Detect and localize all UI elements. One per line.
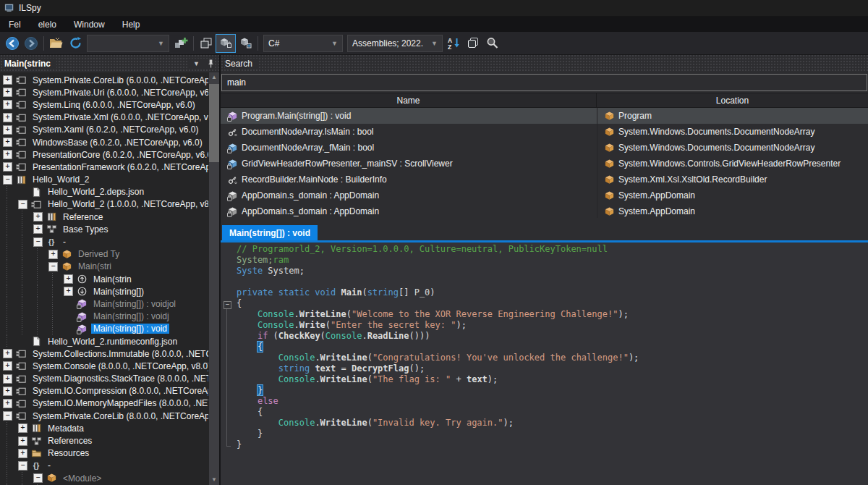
tree-item[interactable]: −Main(stri bbox=[0, 261, 208, 273]
back-button[interactable] bbox=[3, 35, 22, 52]
forward-button[interactable] bbox=[22, 35, 41, 52]
sort-assemblies-button[interactable] bbox=[216, 34, 236, 53]
tree-item[interactable]: −{}- bbox=[0, 235, 208, 248]
tree-item[interactable]: −System.Private.CoreLib (8.0.0.0, .NETCo… bbox=[0, 410, 208, 422]
tree-item[interactable]: −{}- bbox=[0, 460, 208, 472]
search-result-row[interactable]: AppDomain.s_domain : AppDomainSystem.App… bbox=[221, 203, 868, 218]
tree-expander-icon[interactable]: − bbox=[18, 200, 27, 209]
tree-item[interactable]: Main(string[]) : voidjol bbox=[0, 298, 208, 310]
tree-item[interactable]: +PresentationCore (6.0.2.0, .NETCoreApp,… bbox=[0, 148, 208, 161]
tree-expander-icon[interactable]: + bbox=[48, 250, 58, 259]
tree-expander-icon[interactable]: + bbox=[3, 162, 12, 172]
tree-item[interactable]: +System.IO.MemoryMappedFiles (8.0.0.0, .… bbox=[0, 397, 208, 410]
tree-expander-icon[interactable]: + bbox=[3, 349, 12, 358]
menu-file[interactable]: Fel bbox=[0, 17, 30, 32]
tree-expander-icon[interactable]: + bbox=[3, 150, 12, 159]
code-fold-icon[interactable]: − bbox=[221, 298, 237, 309]
tree-expander-icon[interactable]: + bbox=[3, 113, 12, 122]
tree-scrollbar-thumb[interactable] bbox=[209, 84, 219, 162]
tree-expander-icon[interactable]: + bbox=[3, 100, 12, 109]
column-header-name[interactable]: Name bbox=[221, 93, 597, 107]
tree-item[interactable]: Main(string[]) : void bbox=[0, 323, 208, 335]
language-combobox[interactable]: C# ▼ bbox=[263, 35, 343, 52]
tree-expander-icon[interactable]: − bbox=[18, 461, 27, 471]
tree-expander-icon[interactable]: − bbox=[33, 473, 43, 483]
code-editor[interactable]: // Programorld_2, Version=1.0.0.0, Cultu… bbox=[221, 242, 868, 485]
navigation-combobox[interactable]: ▼ bbox=[87, 35, 169, 52]
tree-item[interactable]: −Hello_World_2 bbox=[0, 174, 208, 186]
editor-tab-main[interactable]: Main(string[]) : void bbox=[222, 225, 318, 240]
tree-item[interactable]: +Derived Ty bbox=[0, 248, 208, 261]
assemblies-combobox[interactable]: Assemblies; 2022. ▼ bbox=[347, 35, 443, 52]
tree-expander-icon[interactable]: − bbox=[3, 411, 12, 421]
tree-expander-icon[interactable]: + bbox=[3, 125, 12, 135]
chevron-down-icon[interactable]: ▼ bbox=[193, 60, 200, 67]
tree-item[interactable]: Hello_World_2.deps.json bbox=[0, 186, 208, 198]
tree-item[interactable]: +System.Private.Uri (6.0.0.0, .NETCoreAp… bbox=[0, 86, 208, 98]
open-file-button[interactable] bbox=[47, 35, 66, 52]
add-component-button[interactable] bbox=[171, 35, 190, 52]
tree-item[interactable]: +System.Console (8.0.0.0, .NETCoreApp, v… bbox=[0, 360, 208, 372]
tree-scrollbar[interactable]: ▲ ▼ bbox=[209, 72, 219, 485]
search-button[interactable] bbox=[482, 35, 501, 52]
tree-expander-icon[interactable]: + bbox=[3, 374, 12, 384]
tree-item[interactable]: +System.Linq (6.0.0.0, .NETCoreApp, v6.0… bbox=[0, 98, 208, 111]
tree-item[interactable]: +Main(strin bbox=[0, 273, 208, 285]
tree-expander-icon[interactable]: + bbox=[3, 138, 12, 147]
tree-item[interactable]: +Main(string[]) bbox=[0, 285, 208, 298]
tree-expander-icon[interactable]: + bbox=[33, 224, 43, 234]
tree-item[interactable]: +System.Collections.Immutable (8.0.0.0, … bbox=[0, 347, 208, 360]
tree-expander-icon[interactable]: + bbox=[3, 387, 12, 396]
tree-item[interactable]: +System.Private.CoreLib (6.0.0.0, .NETCo… bbox=[0, 74, 208, 86]
group-namespaces-button[interactable] bbox=[236, 35, 255, 52]
pin-icon[interactable] bbox=[207, 59, 215, 69]
cascade-windows-button[interactable] bbox=[197, 35, 216, 52]
search-result-row[interactable]: RecordBuilder.MainNode : BuilderInfoSyst… bbox=[221, 172, 868, 187]
tree-item[interactable]: Main(string[]) : voidj bbox=[0, 311, 208, 323]
tree-item[interactable]: +Resources bbox=[0, 447, 208, 460]
scroll-up-icon[interactable]: ▲ bbox=[209, 72, 219, 83]
tree-expander-icon[interactable]: + bbox=[18, 423, 27, 433]
menu-view[interactable]: elelo bbox=[30, 17, 65, 32]
tree-item[interactable]: +Base Types bbox=[0, 223, 208, 235]
tree-expander-icon[interactable]: + bbox=[18, 436, 27, 446]
tree-expander-icon[interactable]: − bbox=[48, 262, 58, 271]
search-result-row[interactable]: DocumentNodeArray._fMain : boolSystem.Wi… bbox=[221, 140, 868, 156]
assembly-tree[interactable]: +System.Private.CoreLib (6.0.0.0, .NETCo… bbox=[0, 72, 208, 485]
search-result-row[interactable]: GridViewHeaderRowPresenter._mainSV : Scr… bbox=[221, 156, 868, 172]
tree-expander-icon[interactable]: + bbox=[3, 75, 12, 85]
search-result-row[interactable]: Program.Main(string[]) : voidProgram bbox=[221, 108, 868, 124]
tree-expander-icon[interactable]: + bbox=[3, 399, 12, 408]
refresh-button[interactable] bbox=[66, 35, 85, 52]
tree-item[interactable]: +System.Xaml (6.0.2.0, .NETCoreApp, v6.0… bbox=[0, 124, 208, 136]
tree-item[interactable]: +Reference bbox=[0, 211, 208, 223]
tree-item[interactable]: +Metadata bbox=[0, 422, 208, 434]
scroll-down-icon[interactable]: ▼ bbox=[209, 475, 219, 485]
tree-item[interactable]: +References bbox=[0, 434, 208, 447]
duplicate-view-button[interactable] bbox=[464, 35, 482, 52]
search-result-row[interactable]: AppDomain.s_domain : AppDomainSystem.App… bbox=[221, 187, 868, 203]
tree-item[interactable]: −Hello_World_2 (1.0.0.0, .NETCoreApp, v8… bbox=[0, 198, 208, 211]
tree-expander-icon[interactable]: + bbox=[64, 287, 73, 296]
tree-item[interactable]: −<Module> bbox=[0, 472, 208, 484]
tree-indent-guide bbox=[0, 311, 15, 323]
tree-expander-icon[interactable]: + bbox=[18, 449, 27, 458]
tree-item[interactable]: +System.IO.Compression (8.0.0.0, .NETCor… bbox=[0, 385, 208, 397]
menu-help[interactable]: Help bbox=[114, 17, 149, 32]
tree-expander-icon[interactable]: − bbox=[3, 175, 12, 185]
search-input[interactable] bbox=[221, 74, 867, 91]
tree-item[interactable]: Hello_World_2.runtimeconfig.json bbox=[0, 335, 208, 347]
tree-item[interactable]: +System.Diagnostics.StackTrace (8.0.0.0,… bbox=[0, 373, 208, 385]
tree-expander-icon[interactable]: + bbox=[64, 274, 73, 284]
sort-az-button[interactable]: AZ bbox=[445, 35, 464, 52]
tree-item[interactable]: +WindowsBase (6.0.2.0, .NETCoreApp, v6.0… bbox=[0, 136, 208, 148]
tree-item[interactable]: +System.Private.Xml (6.0.0.0, .NETCoreAp… bbox=[0, 111, 208, 124]
search-result-row[interactable]: DocumentNodeArray.IsMain : boolSystem.Wi… bbox=[221, 124, 868, 140]
tree-expander-icon[interactable]: − bbox=[33, 237, 43, 247]
tree-expander-icon[interactable]: + bbox=[33, 212, 43, 222]
tree-expander-icon[interactable]: + bbox=[3, 88, 12, 97]
tree-expander-icon[interactable]: + bbox=[3, 361, 12, 371]
menu-window[interactable]: Window bbox=[65, 17, 114, 32]
tree-item[interactable]: +PresentationFramework (6.0.2.0, .NETCor… bbox=[0, 161, 208, 173]
column-header-location[interactable]: Location bbox=[597, 93, 868, 107]
